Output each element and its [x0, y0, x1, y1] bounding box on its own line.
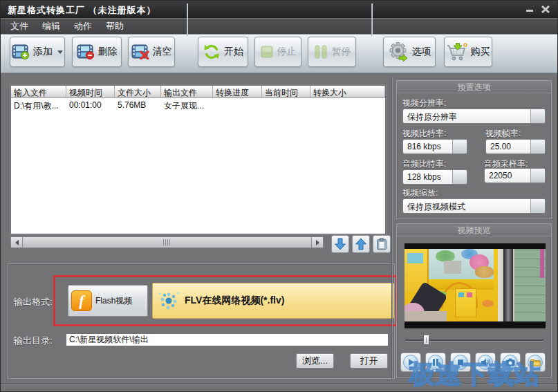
paste-button[interactable]: [373, 235, 391, 253]
video-bitrate-label: 视频比特率:: [402, 128, 446, 140]
machine-sticker: [407, 253, 422, 263]
add-button[interactable]: 添加: [10, 37, 65, 67]
output-dir-input[interactable]: [66, 333, 389, 346]
pause-button-label: 暂停: [332, 46, 351, 58]
sample-rate-dropdown[interactable]: 22050: [484, 168, 546, 183]
options-button[interactable]: 选项: [383, 37, 436, 67]
menu-file[interactable]: 文件: [3, 19, 35, 34]
open-button[interactable]: 打开: [350, 353, 388, 368]
video-scale-dropdown[interactable]: 保持原视频模式: [402, 198, 546, 214]
format-profile-dropdown[interactable]: FLV在线网络视频(*.flv): [152, 283, 394, 319]
door-frame-pole: [503, 249, 513, 321]
close-icon: [541, 6, 550, 13]
col-progress[interactable]: 转换进度: [213, 86, 262, 98]
horizontal-scrollbar[interactable]: [10, 236, 324, 248]
scrollbar-thumb[interactable]: [22, 237, 312, 248]
close-button[interactable]: [539, 3, 552, 15]
floor-sticker: [482, 300, 493, 308]
cell-output-file: 女子展现...: [161, 98, 213, 111]
sample-rate-value: 22050: [485, 169, 530, 183]
dropdown-arrow-button[interactable]: [530, 199, 545, 213]
framerate-dropdown[interactable]: 25.00: [485, 139, 546, 154]
add-button-label: 添加: [33, 46, 53, 58]
window-title: 新星格式转换工厂 （未注册版本）: [8, 4, 156, 17]
app-window: 新星格式转换工厂 （未注册版本） 文件 编辑 动作 帮助 添加: [0, 0, 558, 392]
col-converted-size[interactable]: 转换大小: [310, 86, 385, 98]
minimize-button[interactable]: [523, 3, 537, 15]
move-down-button[interactable]: [331, 235, 349, 253]
move-up-button[interactable]: [352, 235, 370, 253]
video-bitrate-dropdown[interactable]: 816 kbps: [402, 139, 467, 154]
file-list-table[interactable]: 输入文件 视频时间 文件大小 输出文件 转换进度 当前时间 转换大小 D:\有用…: [10, 85, 386, 234]
film-delete-icon: [77, 44, 95, 59]
preset-options-panel: 预置选项 视频分辨率: 保持原分辨率 视频比特率: 视频帧率: 816 kbps…: [396, 80, 552, 219]
table-row[interactable]: D:\有用\教... 00:01:00 5.76MB 女子展现...: [11, 98, 385, 111]
stop-icon: [260, 45, 274, 59]
audio-bitrate-value: 128 kbps: [403, 170, 452, 184]
col-current-time[interactable]: 当前时间: [262, 86, 310, 98]
output-dir-label: 输出目录:: [14, 335, 53, 347]
prize-box-sticker: [458, 292, 464, 297]
seek-slider[interactable]: [405, 335, 543, 346]
film-clear-icon: [131, 44, 149, 59]
preview-panel-title: 视频预览: [397, 224, 551, 236]
delete-button[interactable]: 删除: [72, 37, 122, 67]
scroll-grip-icon: [163, 239, 171, 245]
seek-handle[interactable]: [423, 335, 429, 345]
scroll-left-button[interactable]: [11, 237, 22, 248]
machine-chute: [444, 261, 461, 274]
video-scale-label: 视频缩放:: [402, 187, 438, 199]
col-file-size[interactable]: 文件大小: [115, 86, 161, 98]
video-preview-frame: [404, 243, 546, 328]
clear-button[interactable]: 清空: [128, 37, 175, 67]
cell-input-file: D:\有用\教...: [11, 98, 66, 111]
menu-help[interactable]: 帮助: [99, 19, 131, 34]
title-bar: 新星格式转换工厂 （未注册版本）: [1, 1, 557, 18]
pause-icon: [313, 45, 328, 59]
audio-bitrate-dropdown[interactable]: 128 kbps: [402, 169, 467, 185]
delete-button-label: 删除: [98, 46, 118, 58]
start-icon: [203, 44, 221, 60]
resolution-label: 视频分辨率:: [402, 97, 446, 109]
cell-progress: [213, 98, 262, 111]
minimize-icon: [526, 6, 534, 12]
start-button[interactable]: 开始: [198, 37, 248, 67]
framerate-value: 25.00: [486, 140, 530, 153]
dropdown-arrow-button[interactable]: [530, 109, 545, 123]
dropdown-arrow-button[interactable]: [530, 169, 545, 183]
framerate-label: 视频帧率:: [485, 128, 521, 140]
format-type-value: Flash视频: [95, 295, 141, 307]
buy-button[interactable]: 购买: [444, 37, 492, 67]
toy-tan: [475, 266, 494, 278]
chevron-down-icon: [57, 50, 63, 54]
move-down-icon: [335, 238, 346, 250]
toolbar-separator: [371, 3, 373, 36]
dropdown-arrow-button[interactable]: [452, 140, 467, 153]
preview-photo: [404, 249, 546, 321]
dropdown-arrow-button[interactable]: [452, 170, 467, 184]
resolution-dropdown[interactable]: 保持原分辨率: [402, 109, 546, 124]
col-video-time[interactable]: 视频时间: [66, 86, 115, 98]
pink-streak: [540, 249, 544, 278]
stop-button[interactable]: 停止: [254, 37, 301, 67]
menu-action[interactable]: 动作: [67, 19, 99, 34]
panel-divider: [391, 77, 392, 379]
cell-current-time: [262, 98, 310, 111]
start-button-label: 开始: [224, 46, 243, 58]
col-input-file[interactable]: 输入文件: [11, 86, 66, 98]
prize-box-sticker: [467, 292, 472, 297]
paste-icon: [376, 238, 387, 250]
col-output-file[interactable]: 输出文件: [161, 86, 213, 98]
audio-bitrate-label: 音频比特率:: [402, 158, 446, 170]
format-type-dropdown[interactable]: f Flash视频: [68, 285, 148, 317]
browse-button[interactable]: 浏览...: [296, 353, 334, 368]
film-add-icon: [12, 44, 30, 59]
scroll-right-button[interactable]: [312, 237, 323, 248]
menu-edit[interactable]: 编辑: [35, 19, 67, 34]
scroll-right-icon: [316, 240, 319, 245]
options-button-label: 选项: [412, 46, 431, 58]
dropdown-arrow-button[interactable]: [530, 140, 545, 153]
move-up-icon: [355, 238, 366, 250]
resolution-value: 保持原分辨率: [403, 109, 530, 123]
pause-button[interactable]: 暂停: [308, 37, 356, 67]
